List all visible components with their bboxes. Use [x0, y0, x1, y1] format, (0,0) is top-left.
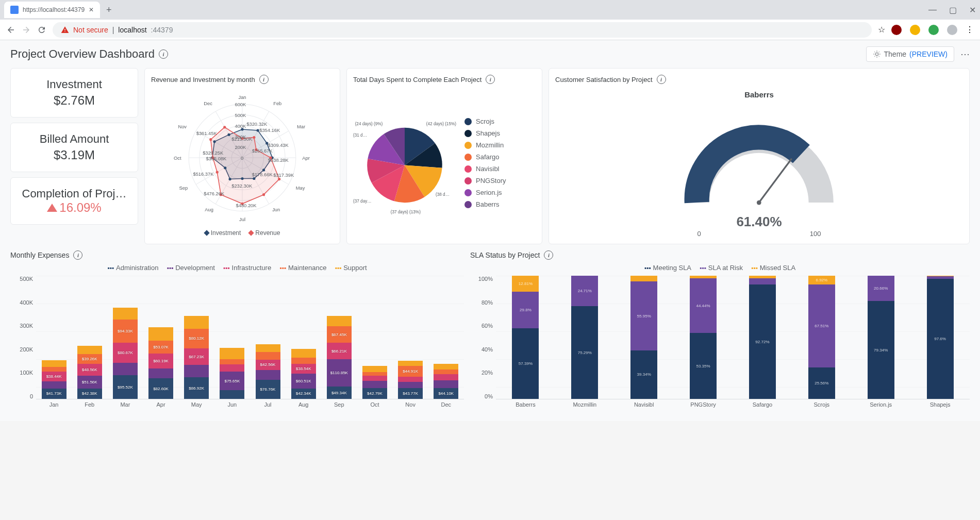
sla-bar-group[interactable]: 6.92%67.51%25.56% — [808, 276, 835, 399]
back-button[interactable] — [6, 25, 15, 35]
close-window-icon[interactable]: ✕ — [969, 5, 976, 15]
pie-legend-item[interactable]: Mozmillin — [464, 141, 506, 149]
sla-bar-group[interactable]: 92.72% — [749, 276, 776, 399]
bar-group[interactable]: $43.77K$44.91K$20.90K — [398, 361, 423, 399]
bar-icon: ▪▪▪ — [644, 264, 651, 272]
maximize-icon[interactable]: ▢ — [949, 5, 957, 15]
gauge-card: Customer Satisfaction by Projecti Baberr… — [549, 68, 970, 244]
info-icon[interactable]: i — [73, 250, 82, 260]
gauge-chart[interactable] — [674, 101, 844, 214]
exp-legend-item[interactable]: ▪▪▪Development — [167, 264, 214, 272]
dashboard-menu-icon[interactable]: ⋯ — [960, 48, 970, 60]
ext-icon-3[interactable] — [928, 25, 939, 35]
svg-text:Dec: Dec — [204, 101, 212, 106]
info-icon[interactable]: i — [159, 49, 168, 59]
exp-legend-item[interactable]: ▪▪▪Support — [335, 264, 367, 272]
info-icon[interactable]: i — [259, 75, 269, 84]
svg-line-7 — [874, 56, 875, 56]
pie-legend-item[interactable]: Baberrs — [464, 200, 506, 208]
sla-card: SLA Status by Projecti ▪▪▪Meeting SLA▪▪▪… — [470, 250, 970, 415]
bar-group[interactable]: $42.79K$25.67K — [362, 366, 387, 399]
new-tab-button[interactable]: + — [106, 5, 112, 15]
sla-legend-item[interactable]: ▪▪▪Missed SLA — [751, 264, 795, 272]
bar-icon: ▪▪▪ — [335, 264, 341, 272]
bar-group[interactable]: $82.60K$60.19K$53.07K$53.90K — [148, 327, 173, 399]
svg-point-44 — [278, 178, 280, 180]
pie-title: Total Days Spent to Complete Each Projec… — [353, 76, 481, 83]
info-icon[interactable]: i — [544, 250, 553, 260]
bar-group[interactable]: $76.76K$42.56K$31.53K — [256, 344, 280, 399]
profile-icon[interactable] — [947, 25, 957, 35]
svg-point-36 — [224, 166, 226, 169]
kpi-billed-label: Billed Amount — [15, 132, 134, 146]
pie-chart[interactable]: (42 days) (15%) (24 days) (9%) (31 d… (3… — [353, 111, 456, 214]
bar-group[interactable]: $86.92K$67.23K$80.12K$51.06K — [184, 316, 209, 399]
sla-bar-group[interactable]: 97.6% — [927, 276, 954, 399]
browser-menu-icon[interactable]: ⋮ — [966, 25, 974, 35]
svg-text:600K: 600K — [235, 102, 246, 107]
radar-chart[interactable]: JanFebMarAprMayJunJulAugSepOctNovDec 600… — [151, 88, 334, 227]
theme-button[interactable]: Theme (PREVIEW) — [866, 46, 954, 62]
svg-text:$320.32K: $320.32K — [246, 122, 268, 127]
radar-legend: Investment Revenue — [151, 229, 334, 237]
kpi-completion-value: 16.09% — [15, 200, 134, 215]
pie-legend-item[interactable]: PNGStory — [464, 177, 506, 184]
exp-legend-item[interactable]: ▪▪▪Administration — [107, 264, 158, 272]
sla-legend-item[interactable]: ▪▪▪SLA at Risk — [700, 264, 743, 272]
sla-bar-group[interactable]: 20.66%79.34% — [868, 276, 894, 399]
svg-text:$338.28K: $338.28K — [268, 158, 289, 163]
pie-legend-item[interactable]: Safargo — [464, 153, 506, 161]
svg-text:$354.16K: $354.16K — [259, 128, 280, 133]
pie-legend-item[interactable]: Serion.js — [464, 189, 506, 196]
ext-icon-1[interactable] — [891, 25, 902, 35]
sla-legend: ▪▪▪Meeting SLA▪▪▪SLA at Risk▪▪▪Missed SL… — [470, 264, 970, 272]
svg-line-91 — [759, 159, 792, 203]
pie-legend-item[interactable]: Scrojs — [464, 118, 506, 125]
expenses-legend: ▪▪▪Administration▪▪▪Development▪▪▪Infras… — [10, 264, 464, 272]
star-icon[interactable]: ☆ — [878, 25, 885, 35]
bar-icon: ▪▪▪ — [700, 264, 706, 272]
tab-favicon — [10, 6, 19, 14]
bar-group[interactable]: $42.38K$51.56K$48.56K$39.26K$33.23K — [77, 346, 102, 399]
exp-legend-item[interactable]: ▪▪▪Infrastructure — [223, 264, 271, 272]
svg-text:500K: 500K — [235, 113, 246, 118]
pie-legend-dot — [464, 201, 472, 208]
ext-icon-2[interactable] — [910, 25, 920, 35]
exp-legend-item[interactable]: ▪▪▪Maintenance — [279, 264, 326, 272]
browser-tab[interactable]: https://localhost:44379 ✕ — [4, 2, 100, 18]
bar-group[interactable]: $49.34K$110.85K$66.21K$67.45K$41.20K — [327, 316, 352, 399]
svg-text:$232.30K: $232.30K — [231, 183, 253, 189]
sla-bar-group[interactable]: 12.81%29.8%57.39% — [512, 276, 539, 399]
svg-text:Sep: Sep — [179, 186, 188, 191]
svg-point-33 — [253, 177, 255, 180]
expenses-plot: $41.73K$38.44K$26.02K$42.38K$51.56K$48.5… — [36, 276, 464, 399]
svg-text:(42 days) (15%): (42 days) (15%) — [426, 122, 456, 126]
minimize-icon[interactable]: — — [928, 5, 937, 15]
svg-text:$335.08K: $335.08K — [206, 156, 227, 161]
sla-bar-group[interactable]: 24.71%75.29% — [571, 276, 598, 399]
forward-button[interactable] — [22, 25, 31, 35]
sla-chart[interactable]: 100%80%60%40%20%0% 12.81%29.8%57.39%24.7… — [470, 276, 970, 415]
sla-bar-group[interactable]: 55.95%39.34% — [630, 276, 657, 399]
pie-legend-item[interactable]: Shapejs — [464, 129, 506, 137]
url-input[interactable]: Not secure | localhost:44379 — [53, 22, 872, 38]
reload-button[interactable] — [37, 25, 46, 35]
info-icon[interactable]: i — [657, 75, 666, 84]
svg-text:$178.66K: $178.66K — [252, 172, 273, 177]
bar-group[interactable]: $44.10K$22.37K — [434, 364, 458, 399]
bar-group[interactable]: $42.34K$60.51K$38.54K$35.59K — [291, 349, 316, 399]
bar-group[interactable]: $41.73K$38.44K$26.02K — [42, 360, 67, 399]
kpi-investment-value: $2.76M — [15, 93, 134, 108]
expenses-chart[interactable]: 500K400K300K200K100K0 $41.73K$38.44K$26.… — [10, 276, 464, 415]
svg-text:Jul: Jul — [239, 217, 245, 222]
svg-text:$309.43K: $309.43K — [268, 143, 289, 148]
sla-bar-group[interactable]: 44.44%53.35% — [690, 276, 717, 399]
bar-group[interactable]: $95.52K$80.67K$94.33K$47.78K — [113, 308, 138, 399]
info-icon[interactable]: i — [486, 75, 495, 84]
extension-icons: ⋮ — [891, 25, 974, 35]
tab-close-icon[interactable]: ✕ — [89, 6, 94, 13]
pie-legend-item[interactable]: Navisibl — [464, 165, 506, 173]
bar-group[interactable]: $75.65K$45.52K — [220, 348, 244, 399]
svg-text:200K: 200K — [235, 145, 246, 150]
sla-legend-item[interactable]: ▪▪▪Meeting SLA — [644, 264, 691, 272]
